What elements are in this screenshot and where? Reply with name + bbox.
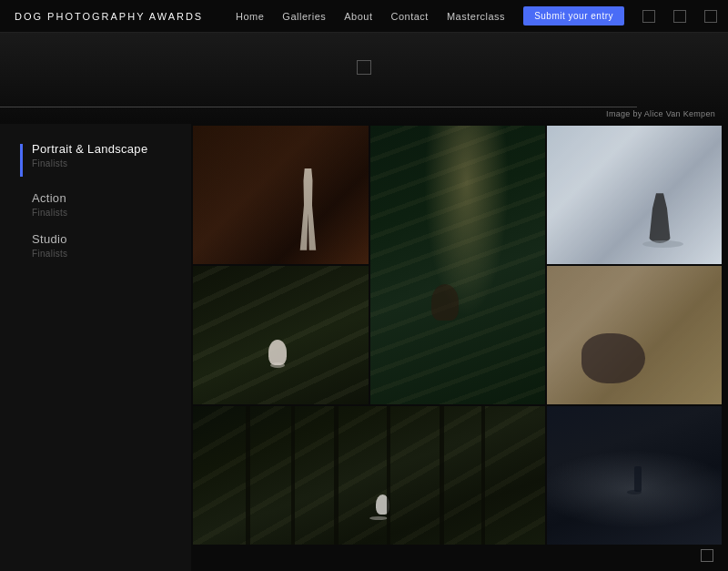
photo-credit: Image by Alice Van Kempen [606,109,715,118]
minimize-icon[interactable] [673,10,686,23]
photo-dalmatian[interactable] [193,126,369,264]
sidebar-sublabel-portrait: Finalists [32,158,147,168]
sidebar-category-action: Action [32,191,173,205]
main-nav: Home Galleries About Contact Masterclass… [236,6,717,25]
photo-forest-large[interactable] [193,406,545,545]
bottom-expand-icon[interactable] [701,549,713,562]
photo-silhouette-mist[interactable] [547,406,722,545]
site-logo: DOG PHOTOGRAPHY AWARDS [15,11,203,22]
sidebar-sublabel-studio: Finalists [32,249,173,259]
sidebar-sublabel-action: Finalists [32,208,173,218]
resize-icon[interactable] [642,10,655,23]
photo-misty-forest[interactable] [193,266,369,404]
nav-galleries[interactable]: Galleries [282,11,326,22]
nav-contact[interactable]: Contact [391,11,429,22]
sidebar-category-studio: Studio [32,232,173,246]
nav-masterclass[interactable]: Masterclass [447,11,505,22]
sidebar-item-studio[interactable]: Studio Finalists [20,232,173,259]
hero-section: Image by Alice Van Kempen [0,33,728,124]
photo-gallery [191,124,728,571]
photo-border-collie-water[interactable] [547,126,722,264]
photo-cave-light[interactable] [370,126,545,404]
sidebar-category-portrait: Portrait & Landscape [32,142,147,156]
submit-entry-button[interactable]: Submit your entry [523,6,624,25]
photo-poodle[interactable] [547,266,722,404]
hero-expand-icon[interactable] [357,60,371,75]
nav-home[interactable]: Home [236,11,264,22]
site-header: DOG PHOTOGRAPHY AWARDS Home Galleries Ab… [0,0,728,33]
close-icon[interactable] [704,10,717,23]
sidebar: Portrait & Landscape Finalists Action Fi… [0,124,191,571]
hero-divider [0,107,637,107]
main-content: Portrait & Landscape Finalists Action Fi… [0,124,728,571]
sidebar-item-action[interactable]: Action Finalists [20,191,173,218]
sidebar-item-portrait[interactable]: Portrait & Landscape Finalists [20,142,173,177]
active-bar [20,144,23,177]
nav-about[interactable]: About [344,11,372,22]
